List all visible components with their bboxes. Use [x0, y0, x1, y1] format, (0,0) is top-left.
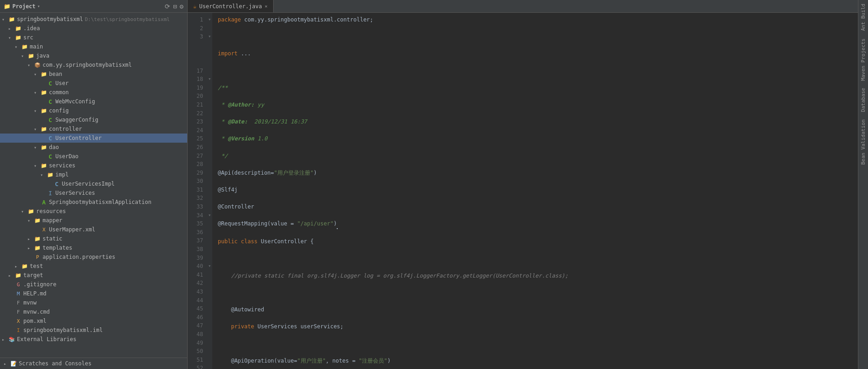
right-tab-maven[interactable]: Maven Projects — [858, 35, 868, 85]
us-icon: I — [47, 190, 54, 197]
right-tab-antbuild[interactable]: Ant Build — [858, 0, 868, 35]
tree-controller[interactable]: 📁 controller — [0, 124, 187, 134]
code-area[interactable]: 1 2 3 17 18 19 20 21 22 23 24 25 26 27 2… — [188, 13, 858, 369]
collapse-icon[interactable]: ⊟ — [173, 3, 177, 10]
main-arrow — [15, 44, 21, 49]
dao-icon: 📁 — [40, 144, 48, 150]
right-sidebar: Ant Build Maven Projects Database Bean V… — [858, 0, 868, 369]
tree-dao[interactable]: 📁 dao — [0, 143, 187, 152]
services-arrow — [34, 163, 40, 168]
right-tab-beanvalidation[interactable]: Bean Validation — [858, 116, 868, 168]
tree-swagger[interactable]: C SwaggerConfig — [0, 115, 187, 124]
tree-usermapper[interactable]: X UserMapper.xml — [0, 225, 187, 234]
ap-label: application.properties — [43, 254, 115, 260]
controller-arrow — [34, 127, 40, 132]
swagger-icon: C — [47, 117, 54, 123]
scratches-icon: 📝 — [10, 361, 17, 367]
extlib-label: External Libraries — [17, 336, 76, 342]
com-arrow — [27, 63, 34, 68]
code-content[interactable]: package com.yy.springbootmybatisxml.cont… — [212, 13, 858, 369]
tree-services[interactable]: 📁 services — [0, 161, 187, 170]
dao-label: dao — [49, 144, 59, 150]
tree-bean[interactable]: 📁 bean — [0, 70, 187, 79]
pom-icon: X — [15, 318, 22, 324]
tree-app[interactable]: A SpringbootmybatisxmlApplication — [0, 198, 187, 207]
root-arrow — [2, 17, 8, 22]
tree-static[interactable]: 📁 static — [0, 234, 187, 243]
root-label: springbootmybatisxml — [17, 16, 83, 22]
bean-icon: 📁 — [40, 71, 48, 77]
tree-mvnwcmd[interactable]: F mvnw.cmd — [0, 307, 187, 316]
config-label: config — [49, 107, 69, 114]
tab-close-icon[interactable]: ✕ — [265, 4, 268, 9]
settings-icon[interactable]: ⚙ — [180, 3, 183, 10]
impl-icon: 📁 — [47, 172, 54, 178]
sync-icon[interactable]: ⟳ — [165, 3, 170, 10]
app-icon: A — [40, 199, 48, 206]
tree-config[interactable]: 📁 config — [0, 106, 187, 115]
tree-templates[interactable]: 📁 templates — [0, 243, 187, 252]
tree-resources[interactable]: 📁 resources — [0, 207, 187, 216]
test-label: test — [30, 263, 43, 269]
code-line-25: @Controller — [218, 203, 858, 211]
scratches-bar[interactable]: 📝 Scratches and Consoles — [0, 358, 187, 369]
src-arrow — [8, 35, 15, 40]
tree-target[interactable]: 📁 target — [0, 271, 187, 280]
tree-userservices[interactable]: I UserServices — [0, 188, 187, 198]
editor-tab-usercontroller[interactable]: ☕ UserController.java ✕ — [188, 0, 274, 12]
tree-userservicesimpl[interactable]: C UserServicesImpl — [0, 179, 187, 188]
tree-help[interactable]: M HELP.md — [0, 289, 187, 298]
mapper-label: mapper — [43, 217, 62, 224]
tree-appprops[interactable]: P application.properties — [0, 252, 187, 262]
left-panel: 📁 Project ▾ ⟳ ⊟ ⚙ 📁 springbootmybatisxml… — [0, 0, 188, 369]
file-tree: 📁 springbootmybatisxml D:\test\springboo… — [0, 13, 187, 358]
right-tab-database[interactable]: Database — [858, 84, 868, 116]
tree-pom[interactable]: X pom.xml — [0, 316, 187, 326]
templates-label: templates — [43, 245, 72, 251]
userdao-icon: C — [47, 153, 54, 160]
controller-icon: 📁 — [40, 126, 48, 132]
idea-arrow — [8, 26, 15, 31]
webmvc-label: WebMvcConfig — [55, 98, 95, 105]
tree-main[interactable]: 📁 main — [0, 42, 187, 51]
tree-usercontroller[interactable]: C UserController — [0, 134, 187, 143]
code-line-1: package com.yy.springbootmybatisxml.cont… — [218, 16, 858, 24]
tree-mvnw[interactable]: F mvnw — [0, 298, 187, 307]
common-label: common — [49, 89, 69, 96]
tree-extlib[interactable]: 📚 External Libraries — [0, 335, 187, 344]
project-title: 📁 Project ▾ — [4, 3, 40, 10]
tree-webmvc[interactable]: C WebMvcConfig — [0, 97, 187, 106]
impl-label: impl — [55, 171, 69, 178]
templates-arrow — [27, 246, 34, 251]
target-icon: 📁 — [15, 273, 22, 278]
tree-src[interactable]: 📁 src — [0, 33, 187, 42]
tree-idea[interactable]: 📁 .idea — [0, 24, 187, 33]
main-icon: 📁 — [21, 44, 28, 50]
pom-label: pom.xml — [23, 318, 47, 324]
static-label: static — [43, 235, 62, 242]
code-line-3: import ... — [218, 49, 858, 58]
tree-user-class[interactable]: C User — [0, 79, 187, 88]
com-label: com.yy.springbootmybatisxml — [43, 62, 132, 68]
mapper-icon: 📁 — [34, 218, 41, 224]
tree-impl[interactable]: 📁 impl — [0, 170, 187, 179]
tree-gitignore[interactable]: G .gitignore — [0, 280, 187, 289]
dropdown-arrow[interactable]: ▾ — [38, 4, 40, 9]
tree-java[interactable]: 📁 java — [0, 51, 187, 60]
mvnw-icon: F — [15, 300, 22, 306]
tree-test[interactable]: 📁 test — [0, 262, 187, 271]
tree-iml[interactable]: I springbootmybatisxml.iml — [0, 326, 187, 335]
userdao-label: UserDao — [55, 153, 79, 160]
usi-icon: C — [53, 181, 60, 187]
us-label: UserServices — [55, 190, 95, 196]
tree-mapper[interactable]: 📁 mapper — [0, 216, 187, 225]
config-icon: 📁 — [40, 108, 48, 114]
tree-com[interactable]: 📦 com.yy.springbootmybatisxml — [0, 60, 187, 70]
tree-root[interactable]: 📁 springbootmybatisxml D:\test\springboo… — [0, 15, 187, 24]
user-icon: C — [47, 80, 54, 87]
idea-label: .idea — [23, 25, 40, 32]
tree-common[interactable]: 📁 common — [0, 88, 187, 97]
tree-userdao[interactable]: C UserDao — [0, 152, 187, 161]
test-arrow — [15, 264, 21, 269]
app-label: SpringbootmybatisxmlApplication — [49, 199, 151, 205]
